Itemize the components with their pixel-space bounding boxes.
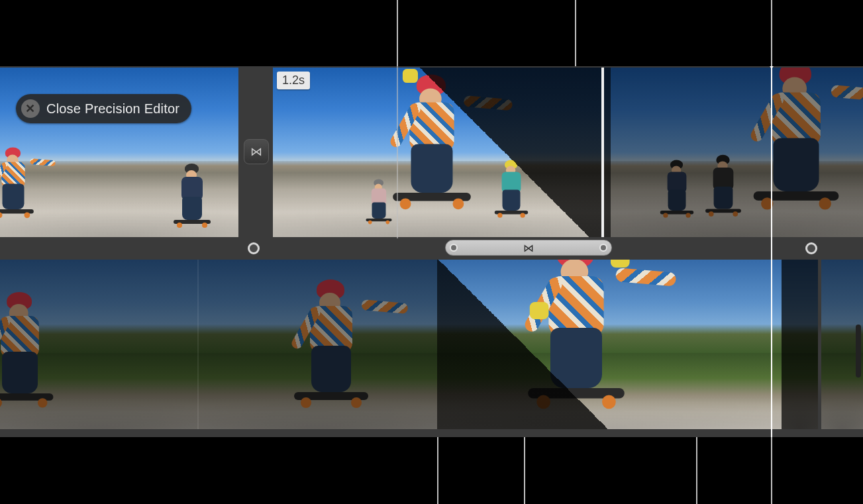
transition-right-handle[interactable]	[599, 244, 607, 252]
figure-skater	[525, 260, 628, 397]
transition-handle-bar[interactable]: ⋈	[445, 240, 612, 256]
precision-editor-strip: ✕ Close Precision Editor ⋈	[0, 66, 863, 437]
incoming-clip-e2[interactable]	[782, 260, 818, 429]
outgoing-clip-a[interactable]: ✕ Close Precision Editor	[0, 68, 238, 237]
figure-skater	[659, 160, 695, 214]
bowtie-icon: ⋈	[523, 242, 534, 254]
vertical-scroll-thumb[interactable]	[856, 325, 861, 378]
callout-leader	[771, 0, 772, 66]
transition-left-handle[interactable]	[450, 244, 458, 252]
clip-duration-badge: 1.2s	[277, 72, 310, 89]
playhead[interactable]	[771, 66, 772, 437]
incoming-clip-row	[0, 258, 863, 430]
callout-leader	[397, 66, 398, 238]
callout-leader	[437, 437, 438, 504]
incoming-clip-d2[interactable]	[199, 260, 437, 429]
figure-skater	[390, 75, 474, 200]
figure-skater	[172, 164, 212, 223]
clip-thumbnail	[782, 260, 818, 429]
precision-editor-stage: ✕ Close Precision Editor ⋈	[0, 0, 863, 504]
outgoing-clip-b[interactable]: 1.2s	[273, 68, 611, 237]
close-button-label: Close Precision Editor	[46, 101, 179, 117]
figure-skater	[365, 179, 393, 221]
figure-skater	[493, 160, 529, 214]
clip-end-marker[interactable]	[248, 242, 260, 254]
callout-leader	[696, 437, 697, 504]
clip-end-edge[interactable]	[601, 68, 604, 237]
figure-skater	[291, 279, 371, 399]
playhead-line	[771, 66, 772, 437]
callout-leader	[397, 0, 398, 66]
close-precision-editor-button[interactable]: ✕ Close Precision Editor	[16, 94, 191, 123]
bowtie-icon: ⋈	[250, 144, 262, 159]
transition-chip[interactable]: ⋈	[244, 139, 269, 164]
outgoing-clip-c[interactable]	[611, 68, 863, 237]
incoming-clip-d1[interactable]	[0, 260, 199, 429]
callout-leader	[575, 0, 576, 66]
figure-skater	[704, 155, 742, 212]
outgoing-clip-row: ✕ Close Precision Editor ⋈	[0, 66, 863, 238]
figure-skater	[0, 148, 35, 213]
figure-skater	[750, 68, 842, 199]
close-icon: ✕	[21, 99, 40, 118]
callout-leader	[524, 437, 525, 504]
transition-rail: ⋈	[0, 238, 863, 258]
incoming-clip-e[interactable]	[437, 260, 782, 429]
figure-skater	[0, 292, 56, 399]
callout-leader	[771, 437, 772, 504]
clip-end-marker[interactable]	[805, 242, 817, 254]
